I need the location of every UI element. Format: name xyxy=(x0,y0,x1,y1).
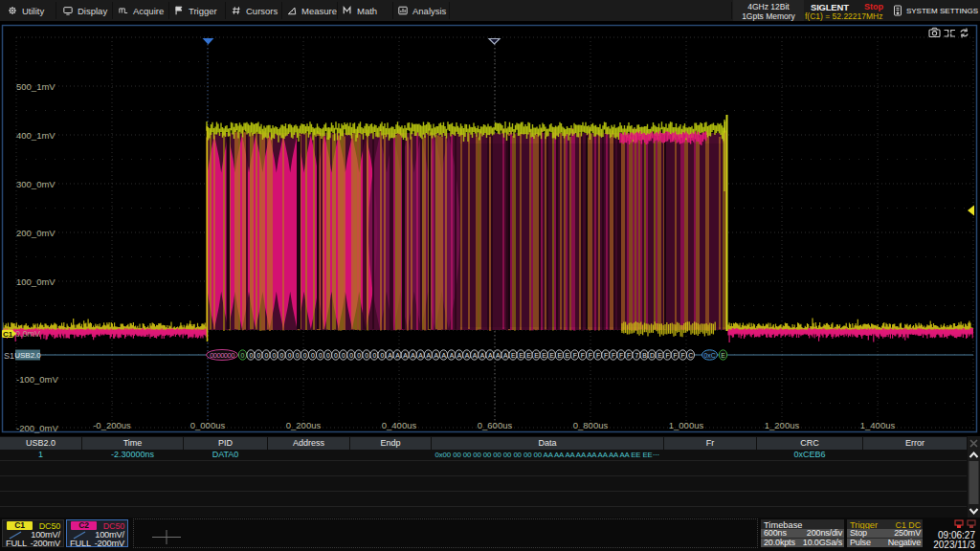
svg-text:F: F xyxy=(619,352,623,359)
svg-text:S1: S1 xyxy=(4,351,14,361)
svg-text:0: 0 xyxy=(241,352,245,359)
svg-text:F: F xyxy=(573,352,577,359)
svg-text:-0_200us: -0_200us xyxy=(93,420,131,430)
svg-text:E: E xyxy=(721,352,725,359)
svg-text:F: F xyxy=(665,352,669,359)
svg-text:1_400us: 1_400us xyxy=(860,420,896,430)
svg-text:USB2.0: USB2.0 xyxy=(14,351,41,360)
svg-text:F: F xyxy=(581,352,585,359)
svg-text:C1: C1 xyxy=(3,330,13,339)
svg-text:0.0mV: 0.0mV xyxy=(15,329,40,339)
svg-text:0_000us: 0_000us xyxy=(190,420,226,430)
svg-text:0_800us: 0_800us xyxy=(573,420,609,430)
svg-text:0_600us: 0_600us xyxy=(478,420,513,430)
svg-text:-100_0mV: -100_0mV xyxy=(16,374,58,385)
svg-text:F: F xyxy=(589,352,592,359)
svg-text:F: F xyxy=(674,352,678,359)
svg-text:F: F xyxy=(627,352,631,359)
svg-text:C: C xyxy=(688,352,693,359)
svg-text:F: F xyxy=(596,352,600,359)
svg-text:300_0mV: 300_0mV xyxy=(16,179,56,189)
svg-text:500_1mV: 500_1mV xyxy=(16,81,56,92)
svg-text:0_200us: 0_200us xyxy=(286,420,322,430)
svg-text:F: F xyxy=(681,352,685,359)
svg-text:0xC: 0xC xyxy=(703,352,715,359)
svg-text:1_200us: 1_200us xyxy=(765,420,800,430)
svg-text:D: D xyxy=(650,352,655,359)
svg-text:100_0mV: 100_0mV xyxy=(16,276,56,287)
svg-text:0_400us: 0_400us xyxy=(382,420,417,430)
svg-text:F: F xyxy=(612,352,615,359)
svg-text:0000000: 0000000 xyxy=(210,351,234,360)
svg-text:F: F xyxy=(604,352,608,359)
svg-text:200_0mV: 200_0mV xyxy=(16,228,56,238)
svg-text:400_1mV: 400_1mV xyxy=(16,130,56,141)
svg-text:1_000us: 1_000us xyxy=(669,420,704,430)
